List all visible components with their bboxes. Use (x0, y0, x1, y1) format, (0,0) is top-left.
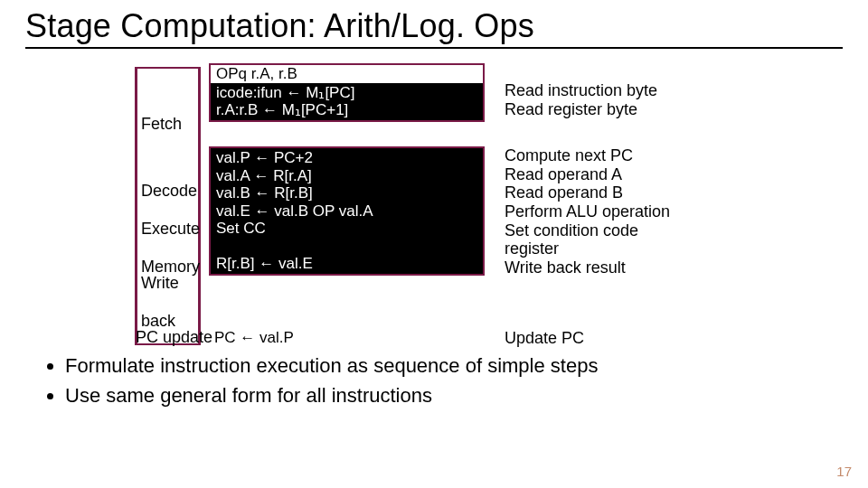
code-header: OPq r.A, r.B (211, 65, 483, 84)
code-line: val.E ← val.B OP val.A (216, 202, 477, 221)
page-number: 17 (836, 464, 852, 479)
stage-decode: Decode (141, 183, 197, 200)
bullets: Formulate instruction execution as seque… (49, 354, 834, 408)
stage-pc-update: PC update (136, 329, 212, 346)
stage-table: Fetch Decode Execute Memory Write back P… (31, 56, 826, 345)
bullet-item: Formulate instruction execution as seque… (65, 354, 834, 377)
code-line: val.P ← PC+2 (216, 149, 477, 167)
stage-column-border (135, 67, 201, 345)
code-line: val.B ← R[r.B] (216, 184, 477, 202)
desc-fetch: Read instruction byte Read register byte (505, 81, 830, 118)
bullet-item: Use same general form for all instructio… (65, 384, 834, 407)
code-box-main: val.P ← PC+2 val.A ← R[r.A] val.B ← R[r.… (209, 146, 485, 276)
slide: Stage Computation: Arith/Log. Ops Fetch … (0, 0, 868, 488)
stage-execute: Execute (141, 221, 200, 238)
slide-title: Stage Computation: Arith/Log. Ops (25, 7, 843, 49)
stage-write: Write (141, 275, 179, 292)
desc-main: Compute next PC Read operand A Read oper… (505, 146, 830, 277)
code-line: Set CC (216, 220, 477, 238)
stage-fetch: Fetch (141, 116, 182, 133)
code-line: val.A ← R[r.A] (216, 167, 477, 185)
code-box-fetch: OPq r.A, r.B icode:ifun ← M₁[PC] r.A:r.B… (209, 63, 485, 122)
code-line: icode:ifun ← M₁[PC] (216, 84, 477, 102)
code-line: R[r.B] ← val.E (216, 255, 477, 273)
desc-update: Update PC (505, 329, 830, 348)
code-line (216, 238, 477, 256)
code-line: r.A:r.B ← M₁[PC+1] (216, 101, 477, 119)
code-pc-update: PC ← val.P (209, 329, 485, 347)
